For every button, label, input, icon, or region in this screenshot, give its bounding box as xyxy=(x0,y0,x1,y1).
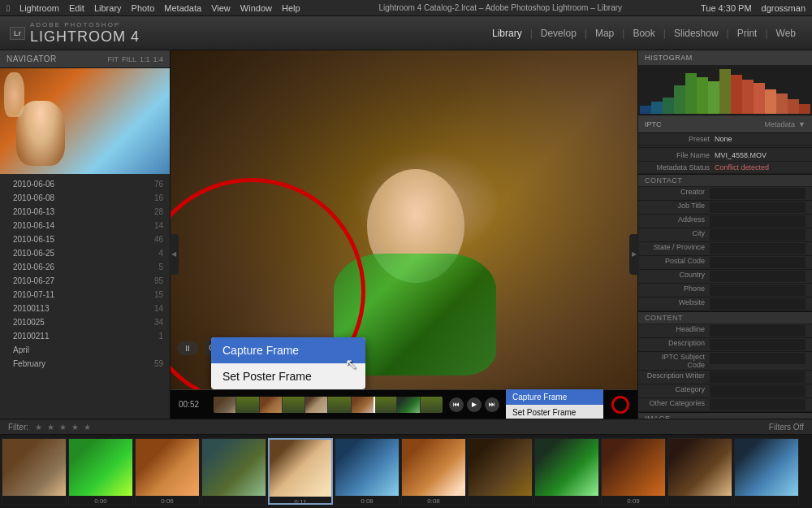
fit-option-fill[interactable]: FILL xyxy=(122,55,136,63)
mini-ctx-set-poster[interactable]: Set Poster Frame xyxy=(506,405,603,419)
website-input[interactable] xyxy=(710,298,806,310)
filmstrip-thumbnail[interactable]: 0:09 xyxy=(601,438,666,505)
phone-label: Phone xyxy=(645,284,710,296)
filmstrip-thumbnail[interactable]: 0:08 xyxy=(401,438,466,505)
address-input[interactable] xyxy=(710,215,806,227)
histogram-bar xyxy=(651,102,663,114)
folder-count: 4 xyxy=(158,249,163,258)
creator-input[interactable] xyxy=(710,188,806,199)
next-frame-btn[interactable]: ⏭ xyxy=(485,397,499,412)
star-5[interactable]: ★ xyxy=(84,423,91,432)
filmstrip-thumbnail[interactable] xyxy=(667,438,732,505)
baby-silhouette xyxy=(16,101,65,166)
metadata-chevron-icon[interactable]: ▼ xyxy=(798,120,806,128)
headline-input[interactable] xyxy=(710,325,806,336)
filmstrip-thumbnail[interactable]: 0:00 xyxy=(68,438,133,505)
histogram-bar xyxy=(742,80,754,114)
divider xyxy=(638,147,812,148)
state-input[interactable] xyxy=(710,243,806,254)
thumb-label: 0:09 xyxy=(602,496,665,505)
phone-input[interactable] xyxy=(710,284,806,296)
filmstrip-thumbnail[interactable] xyxy=(534,438,599,505)
menu-photo[interactable]: Photo xyxy=(132,3,155,13)
play-pause-btn[interactable]: ▶ xyxy=(467,397,482,412)
folder-name: 20100211 xyxy=(13,332,50,341)
star-3[interactable]: ★ xyxy=(59,423,67,432)
folder-item[interactable]: 201002534 xyxy=(0,315,170,329)
star-4[interactable]: ★ xyxy=(71,423,79,432)
ctx-set-poster-frame[interactable]: Set Poster Frame xyxy=(211,363,365,389)
filmstrip-thumbnail[interactable] xyxy=(2,438,67,505)
thumb-label xyxy=(202,496,266,505)
fit-option-fit[interactable]: FIT xyxy=(107,55,119,63)
folder-item[interactable]: 2010-06-254 xyxy=(0,246,170,260)
folder-item[interactable]: 2010-06-2795 xyxy=(0,274,170,288)
fit-option-1to4[interactable]: 1:4 xyxy=(153,55,163,63)
folder-item[interactable]: 2010-06-0676 xyxy=(0,177,170,191)
city-input[interactable] xyxy=(710,229,806,241)
baby-left-figure xyxy=(4,72,24,117)
nav-map[interactable]: Map xyxy=(589,24,620,42)
playback-buttons: ⏮ ▶ ⏭ xyxy=(449,397,499,412)
video-playhead[interactable] xyxy=(374,397,375,413)
filmstrip-thumbnail[interactable] xyxy=(201,438,266,505)
folder-item[interactable]: April xyxy=(0,343,170,357)
thumb-image xyxy=(2,439,66,496)
city-label: City xyxy=(645,229,710,241)
folder-item[interactable]: 2010-06-1328 xyxy=(0,205,170,219)
description-input[interactable] xyxy=(710,339,806,350)
filmstrip-thumbnail[interactable]: 0:06 xyxy=(135,438,200,505)
postal-input[interactable] xyxy=(710,257,806,268)
nav-print[interactable]: Print xyxy=(731,24,764,42)
iptc-subject-input[interactable] xyxy=(710,353,806,364)
thumb-label: 0:06 xyxy=(136,496,199,505)
desc-writer-input[interactable] xyxy=(710,371,806,383)
nav-web[interactable]: Web xyxy=(770,24,802,42)
nav-library[interactable]: Library xyxy=(486,24,529,42)
other-categories-input[interactable] xyxy=(710,399,806,410)
folder-item[interactable]: 2010-07-1115 xyxy=(0,288,170,302)
filmstrip-thumbnail[interactable]: 0:08 xyxy=(335,438,400,505)
country-input[interactable] xyxy=(710,271,806,282)
nav-book[interactable]: Book xyxy=(626,24,661,42)
star-2[interactable]: ★ xyxy=(47,423,54,432)
folder-count: 16 xyxy=(154,193,163,202)
nav-slideshow[interactable]: Slideshow xyxy=(667,24,725,42)
video-timeline[interactable] xyxy=(214,397,443,413)
folder-count: 15 xyxy=(154,290,163,299)
job-title-input[interactable] xyxy=(710,202,806,213)
filmstrip-thumbnail[interactable] xyxy=(734,438,799,505)
filmstrip-thumbnail[interactable] xyxy=(468,438,533,505)
folder-item[interactable]: 2010-06-1414 xyxy=(0,219,170,232)
filmstrip-thumbnail[interactable]: 0:11 xyxy=(268,438,333,505)
thumb-image xyxy=(535,439,598,496)
menu-library[interactable]: Library xyxy=(94,3,122,13)
category-input[interactable] xyxy=(710,385,806,397)
menu-window[interactable]: Window xyxy=(240,3,272,13)
collapse-right-panel[interactable]: ▶ xyxy=(629,234,639,275)
menu-edit[interactable]: Edit xyxy=(69,3,84,13)
folder-item[interactable]: 2010011314 xyxy=(0,302,170,315)
mini-ctx-capture-frame[interactable]: Capture Frame xyxy=(506,389,603,405)
menu-help[interactable]: Help xyxy=(282,3,300,13)
folder-item[interactable]: 2010-06-265 xyxy=(0,260,170,274)
desc-writer-label: Description Writer xyxy=(645,371,710,383)
desc-writer-field: Description Writer xyxy=(638,371,812,384)
left-panel: Navigator FIT FILL 1:1 1:4 2010-06-06762… xyxy=(0,50,171,419)
nav-develop[interactable]: Develop xyxy=(534,24,583,42)
star-1[interactable]: ★ xyxy=(35,423,42,432)
folder-item[interactable]: 2010-06-0816 xyxy=(0,191,170,205)
fit-option-1to1[interactable]: 1:1 xyxy=(140,55,150,63)
folder-item[interactable]: 201002111 xyxy=(0,329,170,343)
menu-metadata[interactable]: Metadata xyxy=(164,3,201,13)
folder-name: February xyxy=(13,359,45,368)
folder-item[interactable]: February59 xyxy=(0,357,170,371)
menu-view[interactable]: View xyxy=(211,3,231,13)
menu-apple[interactable]:  xyxy=(6,3,10,13)
collapse-left-panel[interactable]: ◀ xyxy=(169,234,179,275)
prev-frame-btn[interactable]: ⏮ xyxy=(449,397,464,412)
menu-lightroom[interactable]: Lightroom xyxy=(19,3,59,13)
ctx-capture-frame[interactable]: Capture Frame xyxy=(211,337,365,363)
filename-row: File Name MVI_4558.MOV xyxy=(638,150,812,162)
folder-item[interactable]: 2010-06-1546 xyxy=(0,232,170,246)
